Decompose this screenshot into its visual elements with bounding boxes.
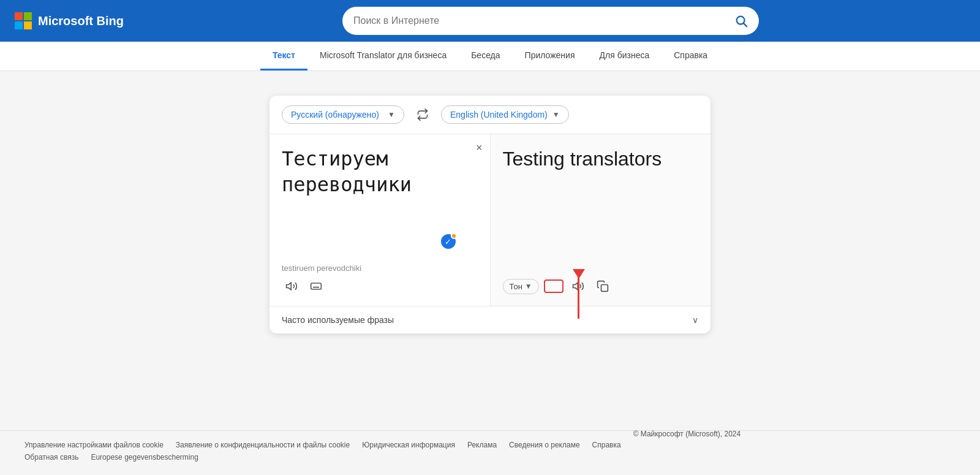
translation-panels: Тестируем переводчики ✓ testiruem perevo… (270, 134, 710, 306)
footer-link-ads[interactable]: Реклама (467, 441, 497, 449)
footer-link-help[interactable]: Справка (592, 441, 621, 449)
phrases-label: Часто используемые фразы (282, 315, 394, 325)
source-lang-chevron-icon: ▼ (388, 110, 395, 119)
source-lang-dropdown[interactable]: Русский (обнаружено) ▼ (282, 105, 404, 124)
red-arrow-annotation (578, 270, 579, 319)
clear-source-button[interactable]: × (476, 142, 483, 154)
search-bar (342, 7, 759, 35)
source-lang-label: Русский (обнаружено) (291, 110, 379, 120)
svg-rect-3 (311, 283, 322, 289)
microsoft-logo-icon (15, 12, 32, 29)
nav-item-apps[interactable]: Приложения (513, 42, 587, 70)
notification-dot (451, 233, 457, 239)
footer-links-2: Обратная связь Europese gegevensbescherm… (24, 453, 956, 462)
nav-item-business[interactable]: Для бизнеса (587, 42, 662, 70)
footer-links: Управление настройками файлов cookie Зая… (24, 441, 956, 449)
target-lang-chevron-icon: ▼ (552, 110, 560, 119)
tone-chevron-icon: ▼ (525, 282, 532, 291)
target-text: Testing translators (503, 146, 699, 273)
logo: Microsoft Bing (15, 12, 124, 29)
check-badge: ✓ (441, 234, 456, 249)
nav-item-translator-business[interactable]: Microsoft Translator для бизнеса (307, 42, 459, 70)
footer-link-cookies[interactable]: Управление настройками файлов cookie (24, 441, 164, 449)
footer-link-privacy[interactable]: Заявление о конфиденциальности и файлы c… (176, 441, 350, 449)
search-bar-wrap (136, 7, 965, 35)
swap-icon (417, 108, 429, 121)
tone-label: Тон (510, 282, 522, 291)
swap-languages-button[interactable] (412, 106, 434, 123)
nav-item-chat[interactable]: Беседа (459, 42, 512, 70)
svg-marker-2 (287, 283, 292, 290)
nav-item-text[interactable]: Текст (260, 42, 307, 70)
header: Microsoft Bing (0, 0, 980, 42)
target-panel-actions: Тон ▼ (503, 273, 699, 300)
copy-icon (597, 280, 609, 292)
footer-copyright: © Майкрософт (Microsoft), 2024 (633, 430, 741, 449)
phrases-chevron-icon: ∨ (692, 315, 698, 325)
main-content: Русский (обнаружено) ▼ English (United K… (0, 71, 980, 430)
source-keyboard-button[interactable] (306, 278, 326, 295)
highlighted-action-button[interactable] (544, 279, 564, 293)
copy-translation-button[interactable] (593, 278, 612, 295)
footer-link-ad-info[interactable]: Сведения о рекламе (509, 441, 580, 449)
translator-widget: Русский (обнаружено) ▼ English (United K… (270, 96, 710, 333)
search-button[interactable] (734, 14, 748, 28)
logo-text: Microsoft Bing (38, 14, 124, 28)
lang-selector-row: Русский (обнаружено) ▼ English (United K… (270, 96, 710, 134)
source-panel-actions (282, 273, 478, 300)
footer: Управление настройками файлов cookie Зая… (0, 430, 980, 475)
arrow-head-icon (573, 269, 585, 279)
keyboard-icon (310, 280, 322, 292)
source-listen-button[interactable] (282, 278, 301, 295)
nav-item-help[interactable]: Справка (662, 42, 720, 70)
source-panel: Тестируем переводчики ✓ testiruem perevo… (270, 134, 491, 306)
target-panel: Testing translators Тон ▼ (491, 134, 711, 306)
nav-bar: Текст Microsoft Translator для бизнеса Б… (0, 42, 980, 71)
svg-line-1 (744, 23, 747, 26)
target-lang-label: English (United Kingdom) (450, 110, 548, 120)
svg-rect-5 (601, 285, 608, 292)
target-lang-dropdown[interactable]: English (United Kingdom) ▼ (441, 105, 569, 124)
tone-dropdown[interactable]: Тон ▼ (503, 279, 539, 294)
svg-marker-4 (573, 283, 578, 290)
arrow-annotation (544, 279, 564, 293)
search-input[interactable] (353, 15, 728, 26)
footer-link-legal[interactable]: Юридическая информация (362, 441, 455, 449)
speaker-icon (285, 280, 298, 292)
source-transliteration: testiruem perevodchiki (282, 264, 478, 273)
footer-link-feedback[interactable]: Обратная связь (24, 453, 78, 462)
search-icon (734, 14, 748, 28)
footer-link-gdpr[interactable]: Europese gegevensbescherming (91, 453, 198, 462)
phrases-row[interactable]: Часто используемые фразы ∨ (270, 306, 710, 333)
